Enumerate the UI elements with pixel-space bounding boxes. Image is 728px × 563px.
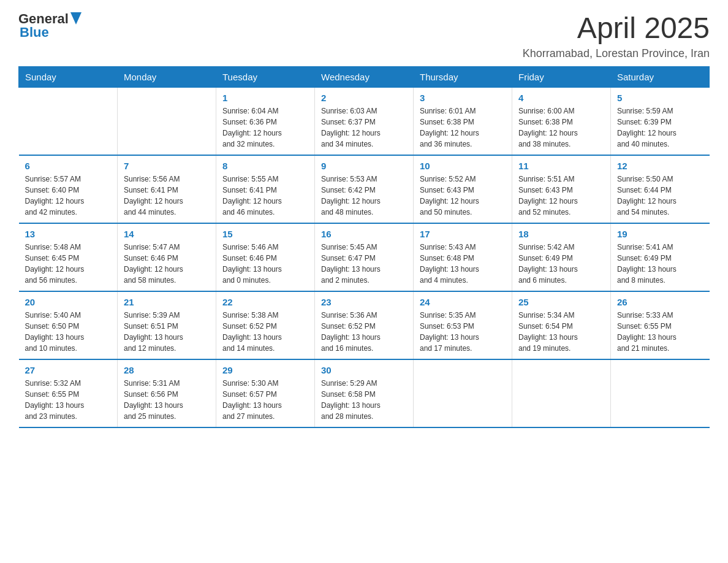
logo: General Blue [18, 12, 82, 39]
calendar-week-row: 6Sunrise: 5:57 AM Sunset: 6:40 PM Daylig… [19, 155, 710, 223]
day-number: 2 [321, 93, 407, 103]
day-info: Sunrise: 5:52 AM Sunset: 6:43 PM Dayligh… [420, 174, 506, 218]
calendar-cell: 30Sunrise: 5:29 AM Sunset: 6:58 PM Dayli… [315, 359, 414, 427]
day-info: Sunrise: 5:29 AM Sunset: 6:58 PM Dayligh… [321, 378, 407, 422]
day-number: 25 [518, 297, 604, 307]
day-number: 21 [124, 297, 210, 307]
day-number: 20 [25, 297, 112, 307]
day-info: Sunrise: 6:00 AM Sunset: 6:38 PM Dayligh… [518, 105, 604, 150]
day-number: 26 [617, 297, 703, 307]
day-info: Sunrise: 5:32 AM Sunset: 6:55 PM Dayligh… [25, 378, 112, 422]
day-number: 9 [321, 161, 407, 171]
day-info: Sunrise: 5:38 AM Sunset: 6:52 PM Dayligh… [222, 310, 308, 354]
day-info: Sunrise: 6:01 AM Sunset: 6:38 PM Dayligh… [420, 105, 506, 150]
calendar-cell [414, 359, 512, 427]
day-number: 29 [222, 365, 308, 375]
day-info: Sunrise: 5:59 AM Sunset: 6:39 PM Dayligh… [617, 105, 703, 150]
calendar-cell: 10Sunrise: 5:52 AM Sunset: 6:43 PM Dayli… [414, 155, 512, 223]
day-info: Sunrise: 5:43 AM Sunset: 6:48 PM Dayligh… [420, 242, 506, 286]
day-number: 12 [617, 161, 703, 171]
day-number: 18 [518, 229, 604, 239]
day-info: Sunrise: 5:40 AM Sunset: 6:50 PM Dayligh… [25, 310, 112, 354]
calendar-cell: 22Sunrise: 5:38 AM Sunset: 6:52 PM Dayli… [216, 291, 315, 359]
calendar-cell: 4Sunrise: 6:00 AM Sunset: 6:38 PM Daylig… [512, 87, 611, 155]
day-info: Sunrise: 5:33 AM Sunset: 6:55 PM Dayligh… [617, 310, 703, 354]
day-number: 24 [420, 297, 506, 307]
day-info: Sunrise: 6:03 AM Sunset: 6:37 PM Dayligh… [321, 105, 407, 150]
logo-arrow-icon [70, 12, 82, 26]
calendar-header-row: SundayMondayTuesdayWednesdayThursdayFrid… [19, 66, 710, 87]
calendar-cell [118, 87, 216, 155]
day-info: Sunrise: 5:35 AM Sunset: 6:53 PM Dayligh… [420, 310, 506, 354]
day-info: Sunrise: 5:56 AM Sunset: 6:41 PM Dayligh… [124, 174, 210, 218]
day-info: Sunrise: 5:48 AM Sunset: 6:45 PM Dayligh… [25, 242, 112, 286]
day-info: Sunrise: 5:51 AM Sunset: 6:43 PM Dayligh… [518, 174, 604, 218]
day-number: 13 [25, 229, 112, 239]
day-info: Sunrise: 5:39 AM Sunset: 6:51 PM Dayligh… [124, 310, 210, 354]
calendar-cell: 13Sunrise: 5:48 AM Sunset: 6:45 PM Dayli… [19, 223, 118, 291]
calendar-cell: 9Sunrise: 5:53 AM Sunset: 6:42 PM Daylig… [315, 155, 414, 223]
day-number: 5 [617, 93, 703, 103]
calendar-cell: 7Sunrise: 5:56 AM Sunset: 6:41 PM Daylig… [118, 155, 216, 223]
day-number: 6 [25, 161, 112, 171]
day-number: 16 [321, 229, 407, 239]
calendar-cell: 3Sunrise: 6:01 AM Sunset: 6:38 PM Daylig… [414, 87, 512, 155]
day-info: Sunrise: 5:36 AM Sunset: 6:52 PM Dayligh… [321, 310, 407, 354]
day-number: 8 [222, 161, 308, 171]
calendar-cell: 23Sunrise: 5:36 AM Sunset: 6:52 PM Dayli… [315, 291, 414, 359]
calendar-cell [512, 359, 611, 427]
calendar-cell: 19Sunrise: 5:41 AM Sunset: 6:49 PM Dayli… [611, 223, 710, 291]
calendar-cell: 29Sunrise: 5:30 AM Sunset: 6:57 PM Dayli… [216, 359, 315, 427]
calendar-cell: 6Sunrise: 5:57 AM Sunset: 6:40 PM Daylig… [19, 155, 118, 223]
calendar-table: SundayMondayTuesdayWednesdayThursdayFrid… [18, 66, 710, 428]
day-number: 4 [518, 93, 604, 103]
calendar-week-row: 1Sunrise: 6:04 AM Sunset: 6:36 PM Daylig… [19, 87, 710, 155]
calendar-cell: 25Sunrise: 5:34 AM Sunset: 6:54 PM Dayli… [512, 291, 611, 359]
day-number: 15 [222, 229, 308, 239]
calendar-cell: 24Sunrise: 5:35 AM Sunset: 6:53 PM Dayli… [414, 291, 512, 359]
day-number: 3 [420, 93, 506, 103]
calendar-cell: 26Sunrise: 5:33 AM Sunset: 6:55 PM Dayli… [611, 291, 710, 359]
calendar-cell: 18Sunrise: 5:42 AM Sunset: 6:49 PM Dayli… [512, 223, 611, 291]
day-info: Sunrise: 5:34 AM Sunset: 6:54 PM Dayligh… [518, 310, 604, 354]
day-info: Sunrise: 5:50 AM Sunset: 6:44 PM Dayligh… [617, 174, 703, 218]
day-info: Sunrise: 5:46 AM Sunset: 6:46 PM Dayligh… [222, 242, 308, 286]
calendar-cell: 5Sunrise: 5:59 AM Sunset: 6:39 PM Daylig… [611, 87, 710, 155]
day-number: 27 [25, 365, 112, 375]
month-title: April 2025 [523, 12, 710, 45]
day-info: Sunrise: 5:57 AM Sunset: 6:40 PM Dayligh… [25, 174, 112, 218]
calendar-cell: 12Sunrise: 5:50 AM Sunset: 6:44 PM Dayli… [611, 155, 710, 223]
calendar-cell [611, 359, 710, 427]
day-number: 7 [124, 161, 210, 171]
day-number: 30 [321, 365, 407, 375]
calendar-week-row: 27Sunrise: 5:32 AM Sunset: 6:55 PM Dayli… [19, 359, 710, 427]
day-number: 23 [321, 297, 407, 307]
weekday-header-thursday: Thursday [414, 66, 512, 87]
weekday-header-friday: Friday [512, 66, 611, 87]
day-number: 14 [124, 229, 210, 239]
day-number: 22 [222, 297, 308, 307]
day-number: 1 [222, 93, 308, 103]
day-info: Sunrise: 5:30 AM Sunset: 6:57 PM Dayligh… [222, 378, 308, 422]
title-area: April 2025 Khorramabad, Lorestan Provinc… [523, 12, 710, 60]
logo-general-text: General [18, 12, 69, 26]
day-info: Sunrise: 5:55 AM Sunset: 6:41 PM Dayligh… [222, 174, 308, 218]
calendar-cell: 21Sunrise: 5:39 AM Sunset: 6:51 PM Dayli… [118, 291, 216, 359]
calendar-cell: 1Sunrise: 6:04 AM Sunset: 6:36 PM Daylig… [216, 87, 315, 155]
day-info: Sunrise: 5:42 AM Sunset: 6:49 PM Dayligh… [518, 242, 604, 286]
day-info: Sunrise: 5:31 AM Sunset: 6:56 PM Dayligh… [124, 378, 210, 422]
calendar-cell: 14Sunrise: 5:47 AM Sunset: 6:46 PM Dayli… [118, 223, 216, 291]
day-info: Sunrise: 5:47 AM Sunset: 6:46 PM Dayligh… [124, 242, 210, 286]
calendar-cell: 8Sunrise: 5:55 AM Sunset: 6:41 PM Daylig… [216, 155, 315, 223]
day-info: Sunrise: 6:04 AM Sunset: 6:36 PM Dayligh… [222, 105, 308, 150]
day-number: 17 [420, 229, 506, 239]
day-info: Sunrise: 5:53 AM Sunset: 6:42 PM Dayligh… [321, 174, 407, 218]
calendar-week-row: 13Sunrise: 5:48 AM Sunset: 6:45 PM Dayli… [19, 223, 710, 291]
day-info: Sunrise: 5:45 AM Sunset: 6:47 PM Dayligh… [321, 242, 407, 286]
calendar-cell: 28Sunrise: 5:31 AM Sunset: 6:56 PM Dayli… [118, 359, 216, 427]
page-header: General Blue April 2025 Khorramabad, Lor… [18, 12, 710, 60]
logo-blue-text: Blue [20, 26, 82, 39]
calendar-cell: 27Sunrise: 5:32 AM Sunset: 6:55 PM Dayli… [19, 359, 118, 427]
calendar-week-row: 20Sunrise: 5:40 AM Sunset: 6:50 PM Dayli… [19, 291, 710, 359]
calendar-cell: 11Sunrise: 5:51 AM Sunset: 6:43 PM Dayli… [512, 155, 611, 223]
